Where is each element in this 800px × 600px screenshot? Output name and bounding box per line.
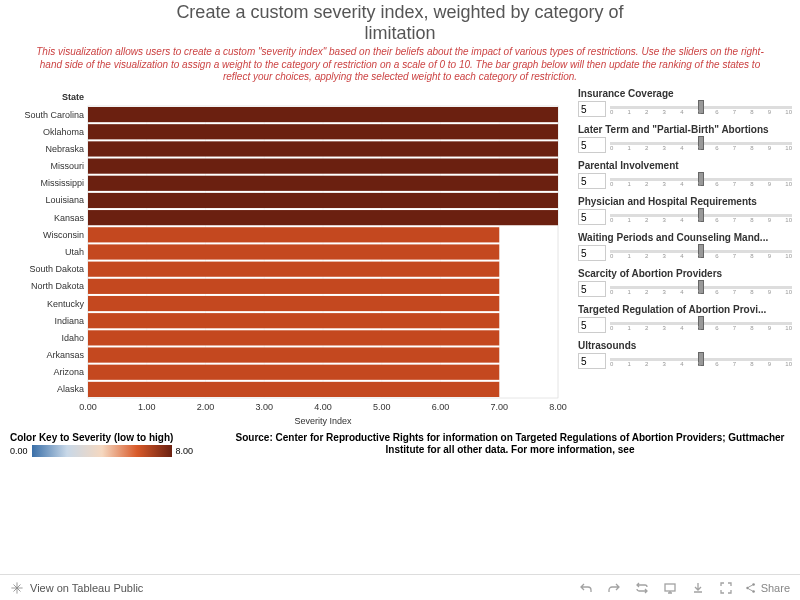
svg-text:2.00: 2.00 [197,402,215,412]
bar[interactable] [88,227,499,242]
state-label: South Dakota [29,264,84,274]
redo-icon[interactable] [605,579,623,597]
fullscreen-icon[interactable] [717,579,735,597]
footer-bar: View on Tableau Public Share [0,574,800,600]
state-label: Mississippi [40,178,84,188]
svg-text:0.00: 0.00 [79,402,97,412]
state-label: Oklahoma [43,126,84,136]
state-label: Indiana [54,315,84,325]
state-label: Missouri [50,161,84,171]
state-label: Idaho [61,332,84,342]
bar[interactable] [88,364,499,379]
legend-min: 0.00 [10,446,28,456]
slider-range[interactable] [610,142,792,145]
slider-range[interactable] [610,286,792,289]
slider-value-input[interactable]: 5 [578,137,606,153]
state-label: Nebraska [45,143,84,153]
slider-group: Scarcity of Abortion Providers5012345678… [578,268,792,298]
slider-label: Targeted Regulation of Abortion Provi... [578,304,792,315]
bar[interactable] [88,295,499,310]
slider-label: Waiting Periods and Counseling Mand... [578,232,792,243]
slider-label: Physician and Hospital Requirements [578,196,792,207]
state-label: Kentucky [47,298,85,308]
page-title: Create a custom severity index, weighted… [0,0,800,23]
svg-text:1.00: 1.00 [138,402,156,412]
state-label: Utah [65,247,84,257]
bar[interactable] [88,158,558,173]
bar[interactable] [88,313,499,328]
slider-value-input[interactable]: 5 [578,281,606,297]
slider-label: Scarcity of Abortion Providers [578,268,792,279]
bar[interactable] [88,244,499,259]
bar[interactable] [88,278,499,293]
bar[interactable] [88,381,499,396]
tableau-logo-icon [10,581,24,595]
slider-range[interactable] [610,214,792,217]
slider-label: Ultrasounds [578,340,792,351]
bar[interactable] [88,192,558,207]
slider-range[interactable] [610,322,792,325]
slider-group: Insurance Coverage5012345678910 [578,88,792,118]
svg-rect-21 [665,584,675,591]
svg-text:8.00: 8.00 [549,402,567,412]
svg-text:4.00: 4.00 [314,402,332,412]
description-text: This visualization allows users to creat… [0,44,800,88]
view-on-tableau-link[interactable]: View on Tableau Public [30,582,143,594]
download-icon[interactable] [689,579,707,597]
svg-text:State: State [62,92,84,102]
state-label: Alaska [57,384,84,394]
svg-text:Severity Index: Severity Index [294,416,352,426]
presentation-icon[interactable] [661,579,679,597]
bar[interactable] [88,210,558,225]
svg-text:7.00: 7.00 [490,402,508,412]
bar[interactable] [88,107,558,122]
state-label: Arkansas [46,350,84,360]
slider-group: Later Term and "Partial-Birth" Abortions… [578,124,792,154]
bar[interactable] [88,141,558,156]
source-text: Source: Center for Reproductive Rights f… [230,432,790,457]
slider-range[interactable] [610,358,792,361]
bar[interactable] [88,124,558,139]
slider-group: Targeted Regulation of Abortion Provi...… [578,304,792,334]
share-label: Share [761,582,790,594]
slider-label: Parental Involvement [578,160,792,171]
state-label: Wisconsin [43,229,84,239]
state-label: Arizona [53,367,84,377]
bar[interactable] [88,330,499,345]
slider-range[interactable] [610,106,792,109]
color-legend: Color Key to Severity (low to high) 0.00… [10,432,210,457]
slider-group: Waiting Periods and Counseling Mand...50… [578,232,792,262]
slider-value-input[interactable]: 5 [578,101,606,117]
slider-panel: Insurance Coverage5012345678910Later Ter… [568,88,792,428]
slider-group: Physician and Hospital Requirements50123… [578,196,792,226]
page-title-line2: limitation [0,23,800,44]
bar[interactable] [88,261,499,276]
slider-group: Parental Involvement5012345678910 [578,160,792,190]
slider-range[interactable] [610,250,792,253]
slider-label: Later Term and "Partial-Birth" Abortions [578,124,792,135]
bar[interactable] [88,175,558,190]
svg-text:5.00: 5.00 [373,402,391,412]
state-label: Kansas [54,212,85,222]
legend-title: Color Key to Severity (low to high) [10,432,210,443]
slider-group: Ultrasounds5012345678910 [578,340,792,370]
svg-text:6.00: 6.00 [432,402,450,412]
slider-value-input[interactable]: 5 [578,317,606,333]
slider-label: Insurance Coverage [578,88,792,99]
legend-gradient [32,445,172,457]
svg-text:3.00: 3.00 [255,402,273,412]
state-label: Louisiana [45,195,84,205]
reset-icon[interactable] [633,579,651,597]
state-label: South Carolina [24,109,84,119]
share-icon [745,582,757,594]
undo-icon[interactable] [577,579,595,597]
legend-max: 8.00 [176,446,194,456]
slider-value-input[interactable]: 5 [578,209,606,225]
share-button[interactable]: Share [745,582,790,594]
state-label: North Dakota [31,281,84,291]
bar[interactable] [88,347,499,362]
slider-value-input[interactable]: 5 [578,353,606,369]
slider-range[interactable] [610,178,792,181]
slider-value-input[interactable]: 5 [578,245,606,261]
slider-value-input[interactable]: 5 [578,173,606,189]
